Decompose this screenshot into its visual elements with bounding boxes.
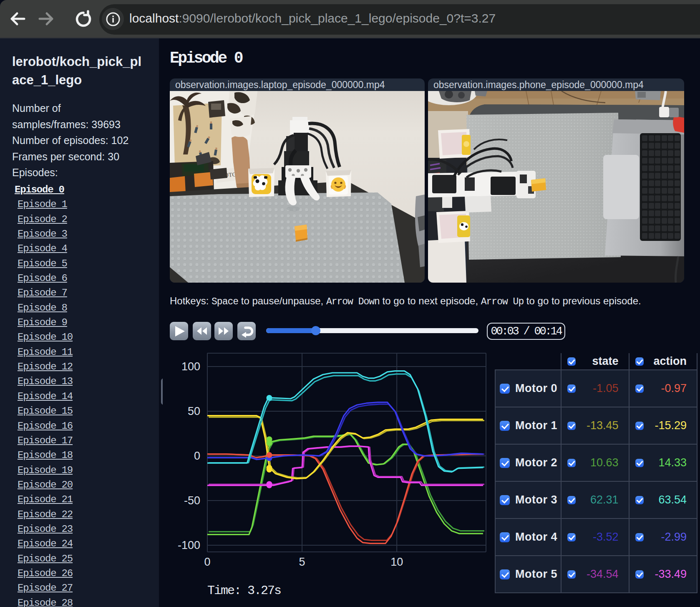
svg-text:50: 50	[188, 405, 200, 417]
svg-text:5: 5	[299, 556, 305, 568]
svg-text:10: 10	[390, 556, 403, 568]
svg-text:-100: -100	[178, 539, 200, 551]
svg-text:0: 0	[204, 556, 210, 568]
svg-text:100: 100	[181, 360, 200, 373]
svg-text:-50: -50	[184, 494, 200, 507]
svg-text:0: 0	[194, 450, 200, 462]
